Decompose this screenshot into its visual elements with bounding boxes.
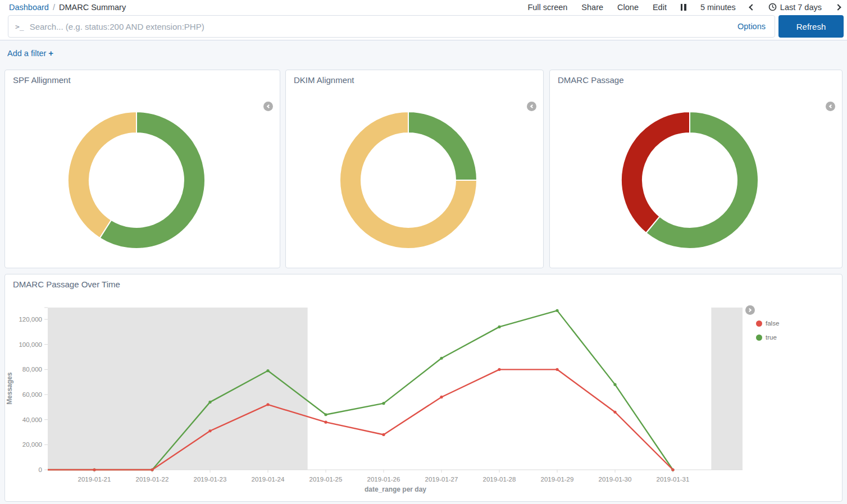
legend-dot-true <box>756 335 762 341</box>
legend-dot-false <box>756 320 762 327</box>
collapse-legend-chevron-left-icon[interactable] <box>527 102 536 111</box>
svg-text:60,000: 60,000 <box>22 391 42 398</box>
clone-button[interactable]: Clone <box>617 3 639 12</box>
legend-label: true <box>766 334 777 341</box>
collapse-legend-chevron-left-icon[interactable] <box>263 102 273 111</box>
search-input[interactable] <box>30 22 737 31</box>
time-back-chevron-left-icon[interactable] <box>749 4 755 10</box>
svg-text:2019-01-22: 2019-01-22 <box>136 476 169 483</box>
panel-title: DMARC Passage Over Time <box>13 280 120 289</box>
x-axis-title: date_range per day <box>5 485 786 493</box>
svg-text:2019-01-28: 2019-01-28 <box>483 476 516 483</box>
svg-text:120,000: 120,000 <box>19 316 42 323</box>
svg-text:2019-01-24: 2019-01-24 <box>252 476 285 483</box>
refresh-button[interactable]: Refresh <box>778 15 844 38</box>
fullscreen-button[interactable]: Full screen <box>527 3 567 12</box>
line-chart[interactable]: 020,00040,00060,00080,000100,000120,0002… <box>5 274 842 501</box>
panel-dmarc-passage: DMARC Passage <box>549 70 843 268</box>
expand-legend-chevron-right-icon[interactable] <box>745 305 755 315</box>
legend-item-true[interactable]: true <box>756 334 779 341</box>
svg-text:2019-01-27: 2019-01-27 <box>425 476 458 483</box>
time-range-label: Last 7 days <box>780 3 822 12</box>
terminal-prompt-icon: >_ <box>15 22 24 31</box>
legend-label: false <box>766 320 779 327</box>
spf-donut-chart[interactable] <box>66 110 207 250</box>
legend-item-false[interactable]: false <box>756 320 779 327</box>
panel-title: SPF Allignment <box>5 70 280 85</box>
svg-text:2019-01-26: 2019-01-26 <box>367 476 400 483</box>
share-button[interactable]: Share <box>581 3 603 12</box>
panel-title: DMARC Passage <box>550 70 842 85</box>
svg-text:2019-01-25: 2019-01-25 <box>309 476 343 483</box>
kibana-dashboard: Dashboard / DMARC Summary Full screen Sh… <box>0 0 847 504</box>
svg-text:2019-01-31: 2019-01-31 <box>657 476 690 483</box>
dashboard-body: Add a filter + SPF Allignment DKIM Align… <box>0 40 847 504</box>
svg-text:20,000: 20,000 <box>22 441 42 448</box>
search-row: >_ Options Refresh <box>0 14 847 40</box>
svg-text:2019-01-23: 2019-01-23 <box>194 476 227 483</box>
breadcrumb-dashboard-link[interactable]: Dashboard <box>9 3 49 12</box>
svg-text:100,000: 100,000 <box>19 341 42 348</box>
svg-text:80,000: 80,000 <box>22 366 42 373</box>
top-menu: Full screen Share Clone Edit 5 minutes L… <box>527 3 840 12</box>
pause-icon[interactable] <box>681 4 686 11</box>
panel-title: DKIM Alignment <box>286 70 543 85</box>
dmarc-donut-chart[interactable] <box>620 110 760 250</box>
panel-dkim-alignment: DKIM Alignment <box>285 70 544 268</box>
clock-icon <box>768 3 777 11</box>
panel-dmarc-passage-over-time: 020,00040,00060,00080,000100,000120,0002… <box>4 274 843 502</box>
breadcrumb: Dashboard / DMARC Summary <box>9 3 126 12</box>
y-axis-title: Messages <box>6 360 13 416</box>
svg-text:40,000: 40,000 <box>22 416 42 423</box>
svg-text:0: 0 <box>39 466 42 473</box>
dkim-donut-chart[interactable] <box>338 110 479 250</box>
refresh-interval-button[interactable]: 5 minutes <box>700 3 736 12</box>
breadcrumb-separator: / <box>53 3 55 12</box>
add-filter-link[interactable]: Add a filter + <box>7 48 53 58</box>
plus-icon: + <box>48 48 53 58</box>
collapse-legend-chevron-left-icon[interactable] <box>826 102 835 111</box>
chart-legend: false true <box>745 305 779 348</box>
svg-text:2019-01-30: 2019-01-30 <box>599 476 632 483</box>
panel-spf-alignment: SPF Allignment <box>4 70 280 268</box>
svg-text:2019-01-29: 2019-01-29 <box>541 476 574 483</box>
time-forward-chevron-right-icon[interactable] <box>835 4 841 10</box>
svg-text:2019-01-21: 2019-01-21 <box>78 476 111 483</box>
search-box[interactable]: >_ Options <box>8 15 775 38</box>
time-range-picker[interactable]: Last 7 days <box>768 3 822 12</box>
page-title: DMARC Summary <box>59 3 126 12</box>
options-link[interactable]: Options <box>737 22 766 31</box>
top-bar: Dashboard / DMARC Summary Full screen Sh… <box>0 0 847 14</box>
edit-button[interactable]: Edit <box>653 3 667 12</box>
